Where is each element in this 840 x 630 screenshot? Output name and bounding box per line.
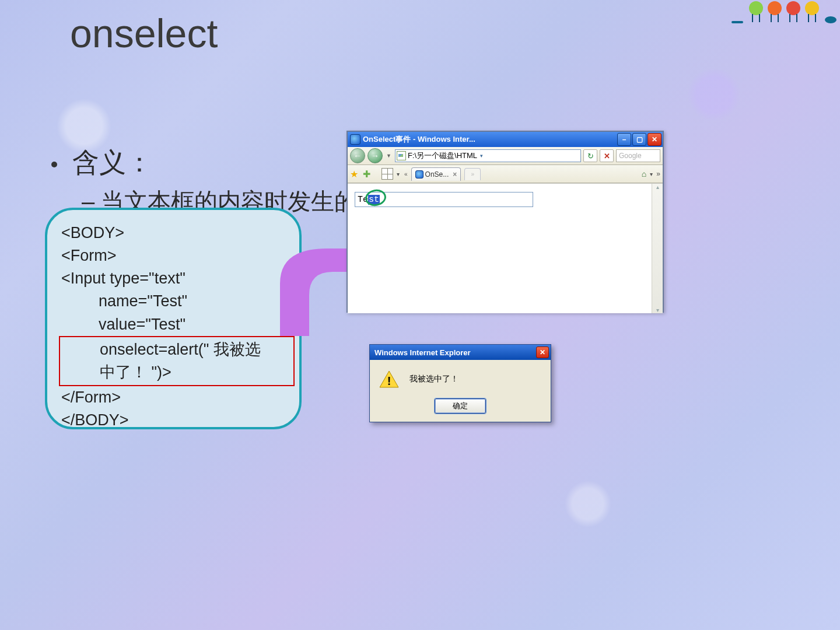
- alert-dialog: Windows Internet Explorer ✕ ! 我被选中了！ 确定: [369, 344, 551, 422]
- address-bar[interactable]: F:\另一个磁盘\HTML ▾: [395, 149, 581, 162]
- home-icon[interactable]: ⌂: [642, 169, 646, 178]
- quick-tabs-icon[interactable]: [382, 168, 393, 180]
- search-box[interactable]: Google: [616, 149, 660, 162]
- highlighted-code: onselect=alert(" 我被选 中了！ ")>: [59, 336, 295, 386]
- svg-text:!: !: [387, 374, 391, 387]
- text-input[interactable]: Test: [355, 192, 533, 207]
- refresh-button[interactable]: ↻: [583, 149, 597, 162]
- dropdown-icon[interactable]: ▾: [396, 171, 401, 177]
- minimize-button[interactable]: –: [617, 133, 631, 146]
- alert-footer: 确定: [370, 395, 551, 422]
- input-text-selected: st: [368, 195, 380, 205]
- maximize-button[interactable]: ▢: [632, 133, 646, 146]
- alert-close-button[interactable]: ✕: [536, 346, 549, 358]
- code-line: </Form>: [61, 386, 285, 409]
- ok-button[interactable]: 确定: [435, 398, 486, 414]
- tab-close-icon[interactable]: ×: [453, 170, 457, 178]
- alert-title-text: Windows Internet Explorer: [374, 348, 471, 357]
- page-icon: [397, 151, 406, 160]
- back-button[interactable]: ←: [350, 148, 365, 163]
- code-line: value="Test": [61, 313, 285, 336]
- ie-icon: [350, 134, 360, 145]
- code-line: <Form>: [61, 244, 285, 267]
- code-box: <BODY> <Form> <Input type="text" name="T…: [45, 208, 302, 429]
- alert-titlebar[interactable]: Windows Internet Explorer ✕: [370, 345, 551, 360]
- close-button[interactable]: ✕: [648, 133, 662, 146]
- add-favorite-icon[interactable]: ✚: [363, 169, 373, 179]
- browser-titlebar[interactable]: OnSelect事件 - Windows Inter... – ▢ ✕: [348, 132, 663, 147]
- stop-button[interactable]: ✕: [600, 149, 614, 162]
- scrollbar[interactable]: ▴ ▾: [652, 184, 663, 313]
- favorites-star-icon[interactable]: ★: [350, 169, 360, 179]
- bullet-meaning: 含义：: [51, 145, 153, 181]
- nav-dropdown-icon[interactable]: ▼: [385, 153, 393, 159]
- code-line: onselect=alert(" 我被选: [62, 338, 291, 361]
- browser-nav-toolbar: ← → ▼ F:\另一个磁盘\HTML ▾ ↻ ✕ Google: [348, 147, 663, 165]
- alert-body: ! 我被选中了！: [370, 360, 551, 395]
- warning-icon: !: [379, 370, 399, 388]
- decorative-figures: [732, 1, 836, 23]
- code-line: 中了！ ")>: [62, 361, 291, 384]
- tab-left-icon[interactable]: «: [403, 171, 409, 177]
- new-tab-button[interactable]: »: [464, 168, 481, 180]
- search-placeholder: Google: [619, 152, 642, 160]
- browser-content: Test ▴ ▾: [348, 183, 663, 313]
- browser-title-text: OnSelect事件 - Windows Inter...: [363, 134, 475, 145]
- code-line: <Input type="text": [61, 267, 285, 290]
- code-line: name="Test": [61, 290, 285, 313]
- input-text-unselected: Te: [358, 195, 368, 205]
- browser-tab[interactable]: OnSe... ×: [411, 167, 461, 181]
- code-line: <BODY>: [61, 222, 285, 244]
- slide: onselect 含义： – 当文本框的内容时发生的 <BODY> <Form>…: [0, 0, 840, 630]
- slide-title: onselect: [70, 10, 218, 56]
- home-dropdown-icon[interactable]: ▾: [649, 171, 654, 177]
- toolbar-more-icon[interactable]: »: [656, 170, 660, 178]
- tab-label: OnSe...: [425, 170, 449, 178]
- ok-button-label: 确定: [453, 401, 468, 411]
- alert-message: 我被选中了！: [410, 374, 459, 384]
- bullet-meaning-text: 含义：: [72, 147, 153, 177]
- forward-button[interactable]: →: [368, 148, 383, 163]
- browser-tab-toolbar: ★ ✚ ▾ « OnSe... × » ⌂ ▾ »: [348, 165, 663, 183]
- scroll-down-icon[interactable]: ▾: [656, 307, 659, 313]
- ie-icon: [415, 170, 424, 178]
- address-dropdown-icon[interactable]: ▾: [479, 153, 483, 159]
- browser-window: OnSelect事件 - Windows Inter... – ▢ ✕ ← → …: [346, 131, 664, 313]
- scroll-up-icon[interactable]: ▴: [656, 184, 659, 190]
- address-text: F:\另一个磁盘\HTML: [408, 150, 477, 161]
- code-line: </BODY>: [61, 409, 285, 432]
